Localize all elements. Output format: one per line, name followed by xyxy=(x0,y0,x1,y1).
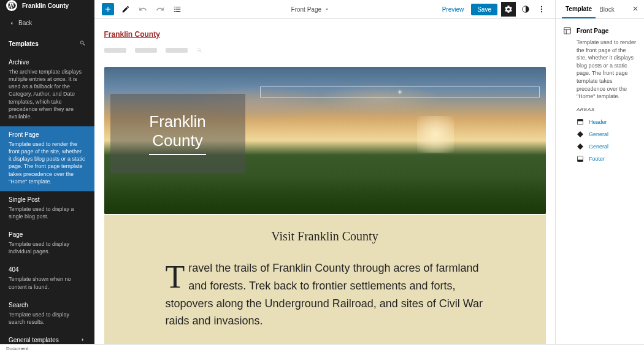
hero-cover-block[interactable]: Franklin County xyxy=(104,67,546,214)
undo-icon xyxy=(139,5,147,13)
content-group-block[interactable]: Visit Franklin County Travel the trails … xyxy=(104,215,546,344)
gear-icon xyxy=(504,5,513,13)
svg-point-1 xyxy=(541,6,542,7)
svg-rect-10 xyxy=(578,159,583,161)
preview-button[interactable]: Preview xyxy=(439,4,468,15)
area-general[interactable]: General xyxy=(563,140,637,153)
nav-placeholder xyxy=(166,48,188,53)
undo-button[interactable] xyxy=(137,4,148,15)
area-label: General xyxy=(589,143,608,150)
template-name: Search xyxy=(9,302,86,308)
nav-placeholder xyxy=(135,48,157,53)
template-name: Front Page xyxy=(9,131,86,138)
plus-icon xyxy=(396,88,404,96)
redo-icon xyxy=(156,5,164,13)
styles-button[interactable] xyxy=(519,3,532,15)
content-heading[interactable]: Visit Franklin County xyxy=(166,229,485,243)
template-desc: Template used to display a single blog p… xyxy=(9,205,86,220)
admin-sidebar: Franklin County Back Templates Archive T… xyxy=(0,0,94,344)
template-item-404[interactable]: 404 Template shown when no content is fo… xyxy=(0,261,94,296)
hero-title-overlay[interactable]: Franklin County xyxy=(110,94,245,174)
hero-sun-decoration xyxy=(417,116,454,153)
close-panel-button[interactable] xyxy=(632,5,639,13)
edit-mode-button[interactable] xyxy=(120,4,131,15)
hero-tree-decoration xyxy=(104,177,546,214)
diamond-icon xyxy=(577,131,584,138)
paragraph-text: ravel the trails of Franklin County thro… xyxy=(166,262,483,327)
dropcap: T xyxy=(166,262,185,292)
template-row-label: General templates xyxy=(9,337,59,343)
area-header[interactable]: Header xyxy=(563,116,637,128)
svg-rect-4 xyxy=(564,28,571,34)
areas-section-label: Areas xyxy=(563,107,637,112)
template-desc: Template used to render the front page o… xyxy=(9,140,86,185)
template-item-page[interactable]: Page Template used to display individual… xyxy=(0,226,94,261)
area-label: Footer xyxy=(589,156,605,162)
document-title: Front Page xyxy=(291,6,321,13)
search-icon xyxy=(79,40,86,47)
template-desc: Template used to display search results. xyxy=(9,311,86,326)
template-row-general[interactable]: General templates xyxy=(0,332,94,344)
panel-template-title: Front Page xyxy=(577,28,608,34)
sidebar-header: Franklin County xyxy=(0,0,94,11)
template-name: Page xyxy=(9,231,86,238)
editor-toolbar: Front Page Preview Save xyxy=(94,0,555,19)
redo-button[interactable] xyxy=(155,4,166,15)
styles-icon xyxy=(521,5,530,13)
svg-point-3 xyxy=(541,11,542,12)
editor-canvas[interactable]: Franklin County Franklin County xyxy=(104,30,546,344)
site-title: Franklin County xyxy=(22,2,69,9)
template-item-search[interactable]: Search Template used to display search r… xyxy=(0,297,94,332)
list-view-button[interactable] xyxy=(172,4,183,15)
list-view-icon xyxy=(173,5,182,13)
editor-main: Front Page Preview Save Franklin County xyxy=(94,0,555,344)
diamond-icon xyxy=(577,143,584,150)
status-bar-breadcrumb: Document xyxy=(6,346,28,351)
tab-template[interactable]: Template xyxy=(562,0,596,18)
more-options-button[interactable] xyxy=(535,3,548,15)
status-bar[interactable]: Document xyxy=(0,344,644,352)
template-desc: Template used to display individual page… xyxy=(9,240,86,255)
nav-placeholder xyxy=(104,48,126,53)
area-footer[interactable]: Footer xyxy=(563,153,637,165)
template-desc: Template shown when no content is found. xyxy=(9,275,86,290)
wordpress-logo-icon[interactable] xyxy=(6,0,17,11)
layout-icon xyxy=(563,26,572,35)
header-icon xyxy=(577,118,584,126)
pencil-icon xyxy=(121,5,130,13)
chevron-down-icon xyxy=(324,6,330,12)
template-name: Single Post xyxy=(9,196,86,203)
document-title-dropdown[interactable]: Front Page xyxy=(183,6,439,13)
hero-append-block-button[interactable] xyxy=(260,86,540,98)
chevron-right-icon xyxy=(80,337,86,343)
canvas-site-title[interactable]: Franklin County xyxy=(104,30,546,39)
hero-title[interactable]: Franklin County xyxy=(149,112,205,155)
area-label: General xyxy=(589,131,608,137)
area-label: Header xyxy=(589,119,607,125)
template-item-single-post[interactable]: Single Post Template used to display a s… xyxy=(0,191,94,226)
area-general[interactable]: General xyxy=(563,128,637,140)
chevron-left-icon xyxy=(9,20,15,26)
settings-toggle-button[interactable] xyxy=(501,2,516,17)
settings-panel-tabs: Template Block xyxy=(556,0,644,19)
template-item-archive[interactable]: Archive The archive template displays mu… xyxy=(0,54,94,126)
plus-icon xyxy=(104,5,112,13)
close-icon xyxy=(632,5,639,12)
footer-icon xyxy=(577,155,584,163)
more-vertical-icon xyxy=(537,5,546,13)
tab-block[interactable]: Block xyxy=(596,0,618,18)
add-block-button[interactable] xyxy=(102,3,114,15)
nav-placeholder-row xyxy=(104,47,546,53)
content-paragraph[interactable]: Travel the trails of Franklin County thr… xyxy=(166,259,485,330)
back-button[interactable]: Back xyxy=(0,11,94,35)
search-icon[interactable] xyxy=(196,47,202,53)
settings-panel: Template Block Front Page Template used … xyxy=(555,0,644,344)
save-button[interactable]: Save xyxy=(471,4,497,15)
search-templates-button[interactable] xyxy=(79,40,86,48)
template-name: Archive xyxy=(9,59,86,66)
back-label: Back xyxy=(18,20,32,26)
template-name: 404 xyxy=(9,266,86,273)
panel-template-header: Front Page xyxy=(563,26,637,35)
svg-rect-8 xyxy=(578,119,583,121)
template-item-front-page[interactable]: Front Page Template used to render the f… xyxy=(0,126,94,191)
